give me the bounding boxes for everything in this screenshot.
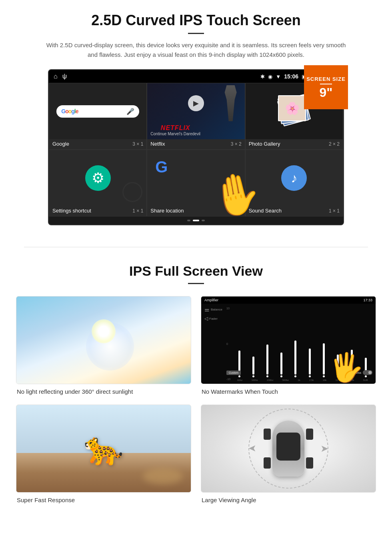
share-cell-bg: G 🤚 (147, 150, 244, 206)
netflix-info: NETFLIX Continue Marvel's Daredevil (150, 124, 200, 136)
section2-divider (188, 283, 204, 284)
feature-large-angle: ➤ ➤ Large Viewing Angle (201, 405, 376, 503)
android-screen: ⌂ ψ ✱ ◉ ▼ 15:06 ▣ ◁ ✕ ⬜ ↩ (48, 69, 344, 225)
status-left-icons: ⌂ ψ (54, 73, 67, 80)
settings-gear-icon: ⚙ (85, 165, 111, 191)
section1-title: 2.5D Curved IPS Touch Screen (24, 12, 368, 29)
eq-volume-icon: ◁ Fader (204, 316, 224, 321)
freq-labels: 60hz 100hz 200hz 500hz 1k 2.5k 10k 12.5k… (233, 379, 372, 381)
share-app-name: Share location (150, 208, 184, 214)
netflix-cell-footer: Netflix 3 × 2 (147, 139, 244, 149)
wifi-icon: ▼ (276, 74, 281, 80)
settings-shadow (122, 182, 142, 202)
wheel-rear-left (264, 457, 271, 469)
feature-fast-caption: Super Fast Response (16, 497, 191, 503)
g-logo-share-icon: G (155, 158, 168, 176)
location-icon: ◉ (268, 74, 272, 80)
wheel-front-left (264, 429, 271, 440)
view-arrow-right: ➤ (320, 443, 328, 454)
feature-fast-response-image: 🐆 (16, 405, 191, 493)
settings-app-name: Settings shortcut (52, 208, 91, 214)
eq-display: ⚌ Balance ◁ Fader 10 (201, 304, 376, 384)
gallery-app-name: Photo Gallery (249, 141, 280, 147)
car-roof (276, 433, 300, 461)
screen-mockup-wrapper: Screen Size 9" ⌂ ψ ✱ ◉ ▼ 15:06 ▣ ◁ ✕ (48, 69, 344, 225)
pagination-dots (49, 216, 343, 224)
feature-no-light-caption: No light reflecting under 360° direct su… (16, 388, 191, 395)
bluetooth-icon: ✱ (260, 74, 265, 80)
sound-app-size: 1 × 1 (329, 208, 340, 214)
amp-visual: Amplifier 17:33 ⚌ Balance ◁ (201, 297, 376, 384)
car-body (272, 421, 304, 477)
amp-status-bar: Amplifier 17:33 (201, 297, 376, 304)
wheel-front-right (306, 429, 313, 440)
section1-description: With 2.5D curved-display screen, this de… (44, 40, 348, 60)
home-icon: ⌂ (54, 73, 58, 80)
google-cell-content: Google 🎤 (49, 83, 146, 139)
google-search-bar[interactable]: Google 🎤 (56, 105, 139, 118)
wheel-rear-right (306, 457, 313, 469)
amp-time-text: 17:33 (363, 298, 372, 302)
eq-bars-area: 10 0 -10 (226, 306, 372, 381)
google-logo: Google (61, 108, 78, 114)
netflix-subtitle: Continue Marvel's Daredevil (150, 132, 200, 136)
badge-size: 9" (320, 86, 333, 99)
feature-no-watermarks-caption: No Watermarks When Touch (201, 388, 376, 395)
netflix-play-btn[interactable]: ▶ (188, 95, 204, 111)
google-cell-bg: Google 🎤 (49, 83, 146, 139)
settings-cell-bg: ⚙ (49, 150, 146, 206)
car-top-view: ➤ ➤ (272, 421, 304, 477)
google-app-name: Google (52, 141, 69, 147)
eq-left-panel: ⚌ Balance ◁ Fader (204, 306, 226, 381)
section-ips-full-screen: IPS Full Screen View No light reflecting… (0, 259, 392, 519)
app-grid-row2: ⚙ Settings shortcut 1 × 1 G (49, 150, 343, 216)
sky-sun (92, 319, 116, 343)
feature-grid: No light reflecting under 360° direct su… (16, 296, 376, 503)
feature-fast-response: 🐆 Super Fast Response (16, 405, 191, 503)
dot-1 (187, 220, 190, 221)
settings-cell-footer: Settings shortcut 1 × 1 (49, 206, 146, 216)
gallery-app-size: 2 × 2 (329, 141, 340, 147)
feature-no-watermarks: Amplifier 17:33 ⚌ Balance ◁ (201, 296, 376, 395)
netflix-cell-content: ▶ NETFLIX Continue Marvel's Daredevil (147, 83, 244, 139)
settings-app-cell[interactable]: ⚙ Settings shortcut 1 × 1 (49, 150, 147, 216)
music-note-icon: ♪ (281, 165, 307, 191)
feature-large-angle-image: ➤ ➤ (201, 405, 376, 493)
app-grid-row1: Google 🎤 Google 3 × 1 (49, 83, 343, 150)
sky-visual (16, 297, 191, 384)
section-curved-screen: 2.5D Curved IPS Touch Screen With 2.5D c… (0, 0, 392, 235)
loudness-toggle[interactable]: loudness (348, 370, 372, 375)
status-bar: ⌂ ψ ✱ ◉ ▼ 15:06 ▣ ◁ ✕ ⬜ ↩ (49, 70, 343, 83)
dot-2 (193, 220, 199, 221)
netflix-app-cell[interactable]: ▶ NETFLIX Continue Marvel's Daredevil Ne… (147, 83, 245, 150)
netflix-logo: NETFLIX (150, 124, 200, 132)
section2-title: IPS Full Screen View (16, 263, 376, 279)
section-separator (24, 247, 368, 247)
flower-icon: 🌸 (285, 101, 300, 115)
feature-angle-caption: Large Viewing Angle (201, 497, 376, 503)
custom-button[interactable]: Custom (226, 371, 241, 375)
screen-size-badge: Screen Size 9" (304, 65, 348, 109)
usb-icon: ψ (62, 73, 67, 80)
cheetah-icon: 🐆 (84, 430, 124, 467)
eq-sliders-icon: ⚌ Balance (204, 306, 224, 313)
feature-no-watermarks-image: Amplifier 17:33 ⚌ Balance ◁ (201, 296, 376, 384)
feature-no-light: No light reflecting under 360° direct su… (16, 296, 191, 395)
gallery-cell-footer: Photo Gallery 2 × 2 (246, 139, 343, 149)
amp-title-text: Amplifier (204, 298, 218, 302)
feature-no-light-image (16, 296, 191, 384)
dot-3 (202, 220, 205, 221)
cheetah-visual: 🐆 (16, 405, 191, 492)
netflix-app-name: Netflix (150, 141, 165, 147)
google-cell-footer: Google 3 × 1 (49, 139, 146, 149)
google-app-cell[interactable]: Google 🎤 Google 3 × 1 (49, 83, 147, 150)
badge-divider (320, 84, 332, 84)
hand-pointing-icon: 🤚 (207, 167, 264, 222)
title-divider (188, 33, 204, 34)
view-arrow-left: ➤ (248, 443, 256, 454)
share-cell-content: G 🤚 (147, 150, 244, 206)
google-app-size: 3 × 1 (132, 141, 143, 147)
photo-card-front: 🌸 (278, 95, 306, 121)
share-location-cell[interactable]: G 🤚 Share location 1 × 1 (147, 150, 245, 216)
dust-cloud (143, 468, 183, 484)
